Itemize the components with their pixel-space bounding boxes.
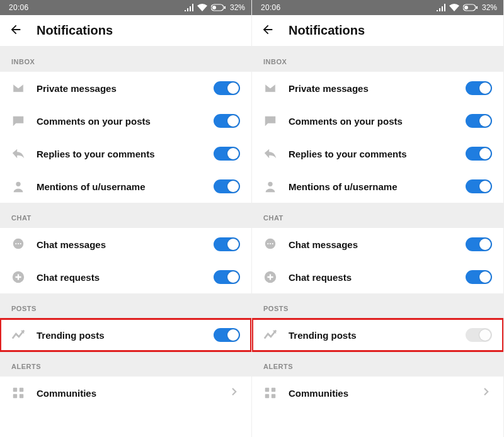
svg-rect-14: [464, 6, 468, 9]
battery-percent: 32%: [482, 3, 497, 12]
row-chat-messages[interactable]: Chat messages: [0, 228, 251, 261]
phone-right: 20:06 32% Notifications INBOX Private me…: [252, 0, 504, 437]
status-time: 20:06: [261, 3, 281, 12]
svg-rect-24: [265, 394, 269, 398]
toggle-mentions[interactable]: [214, 179, 240, 193]
status-time: 20:06: [9, 3, 29, 12]
section-alerts: ALERTS: [252, 351, 503, 377]
toggle-trending-posts[interactable]: [214, 328, 240, 342]
svg-rect-11: [13, 394, 17, 398]
row-label: Chat messages: [37, 239, 202, 250]
toggle-comments-posts[interactable]: [214, 114, 240, 128]
row-mentions[interactable]: Mentions of u/username: [0, 170, 251, 203]
toggle-replies[interactable]: [466, 147, 492, 161]
comment-icon: [11, 114, 25, 128]
row-label: Trending posts: [289, 330, 454, 341]
toggle-chat-messages[interactable]: [466, 237, 492, 251]
wifi-icon: [449, 4, 459, 11]
chevron-right-icon: [229, 386, 240, 400]
row-label: Mentions of u/username: [37, 181, 202, 192]
chat-bubble-icon: [11, 237, 25, 251]
svg-rect-25: [272, 394, 275, 398]
toggle-private-messages[interactable]: [466, 81, 492, 95]
section-alerts: ALERTS: [0, 351, 251, 377]
app-bar: Notifications: [252, 15, 503, 47]
row-label: Comments on your posts: [37, 116, 202, 127]
toggle-comments-posts[interactable]: [466, 114, 492, 128]
grid-icon: [263, 386, 277, 400]
svg-point-16: [268, 182, 272, 186]
toggle-replies[interactable]: [214, 147, 240, 161]
svg-rect-22: [265, 388, 269, 392]
reply-icon: [263, 147, 277, 161]
battery-icon: [463, 4, 478, 11]
section-inbox: INBOX: [252, 47, 503, 72]
page-title: Notifications: [37, 23, 113, 38]
row-label: Chat messages: [289, 239, 454, 250]
chat-bubble-icon: [263, 237, 277, 251]
toggle-chat-requests[interactable]: [466, 270, 492, 284]
svg-point-20: [272, 243, 273, 244]
row-chat-requests[interactable]: Chat requests: [252, 261, 503, 293]
person-icon: [11, 179, 25, 193]
person-icon: [263, 179, 277, 193]
svg-point-18: [267, 243, 268, 244]
toggle-mentions[interactable]: [466, 179, 492, 193]
toggle-chat-messages[interactable]: [214, 237, 240, 251]
row-chat-requests[interactable]: Chat requests: [0, 261, 251, 293]
row-label: Mentions of u/username: [289, 181, 454, 192]
svg-point-19: [270, 243, 271, 244]
phone-left: 20:06 32% Notifications INBOX Private me…: [0, 0, 252, 437]
battery-percent: 32%: [230, 3, 245, 12]
row-trending-posts[interactable]: Trending posts: [252, 319, 503, 351]
row-replies[interactable]: Replies to your comments: [0, 137, 251, 170]
row-trending-posts[interactable]: Trending posts: [0, 319, 251, 351]
row-comments-posts[interactable]: Comments on your posts: [0, 105, 251, 137]
svg-rect-12: [20, 394, 23, 398]
row-communities[interactable]: Communities: [0, 377, 251, 409]
wifi-icon: [197, 4, 207, 11]
row-communities[interactable]: Communities: [252, 377, 503, 409]
row-label: Comments on your posts: [289, 116, 454, 127]
comment-icon: [263, 114, 277, 128]
row-comments-posts[interactable]: Comments on your posts: [252, 105, 503, 137]
envelope-icon: [263, 81, 277, 95]
toggle-private-messages[interactable]: [214, 81, 240, 95]
row-mentions[interactable]: Mentions of u/username: [252, 170, 503, 203]
back-arrow-icon: [261, 23, 275, 37]
svg-rect-9: [13, 388, 17, 392]
svg-rect-10: [20, 388, 23, 392]
trending-icon: [263, 328, 277, 342]
svg-point-5: [15, 243, 16, 244]
row-label: Private messages: [37, 83, 202, 94]
grid-icon: [11, 386, 25, 400]
svg-point-3: [16, 182, 20, 186]
svg-point-6: [18, 243, 19, 244]
svg-rect-1: [212, 6, 216, 9]
row-chat-messages[interactable]: Chat messages: [252, 228, 503, 261]
status-bar: 20:06 32%: [0, 0, 251, 15]
svg-point-7: [20, 243, 21, 244]
svg-rect-23: [272, 388, 275, 392]
row-label: Replies to your comments: [37, 149, 202, 159]
row-replies[interactable]: Replies to your comments: [252, 137, 503, 170]
back-button[interactable]: [9, 23, 23, 39]
row-label: Chat requests: [289, 272, 454, 283]
section-chat: CHAT: [252, 203, 503, 228]
svg-rect-15: [476, 6, 478, 9]
toggle-chat-requests[interactable]: [214, 270, 240, 284]
toggle-trending-posts[interactable]: [466, 328, 492, 342]
plus-circle-icon: [11, 270, 25, 284]
plus-circle-icon: [263, 270, 277, 284]
section-chat: CHAT: [0, 203, 251, 228]
back-button[interactable]: [261, 23, 275, 39]
svg-rect-2: [224, 6, 226, 9]
trending-icon: [11, 328, 25, 342]
row-private-messages[interactable]: Private messages: [0, 72, 251, 105]
row-label: Communities: [37, 388, 217, 399]
settings-list: INBOX Private messages Comments on your …: [0, 47, 251, 437]
row-private-messages[interactable]: Private messages: [252, 72, 503, 105]
row-label: Replies to your comments: [289, 149, 454, 159]
battery-icon: [211, 4, 226, 11]
status-icons: 32%: [185, 3, 245, 12]
